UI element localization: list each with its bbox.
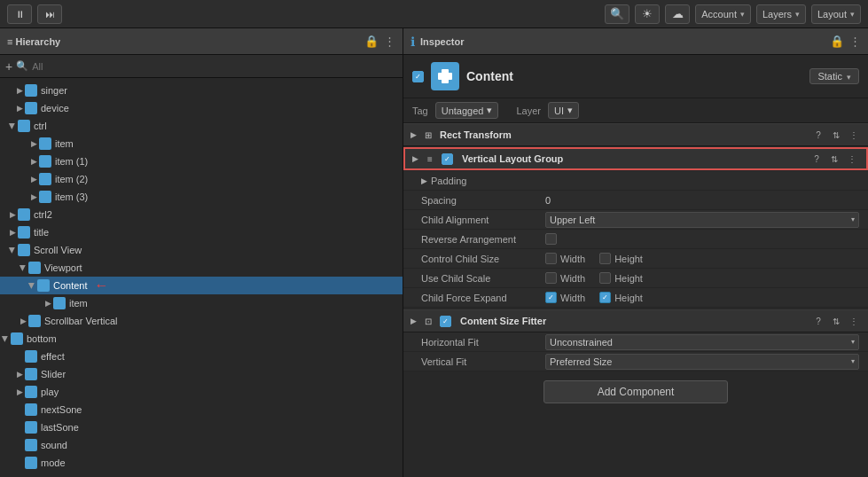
vertical-fit-value: Preferred Size xyxy=(550,356,612,367)
tree-item-nextsone[interactable]: ▶ nextSone xyxy=(0,401,403,418)
child-alignment-value: Upper Left xyxy=(550,215,595,225)
child-force-expand-height-checkbox[interactable]: ✓ xyxy=(599,292,611,303)
control-child-height-checkbox[interactable] xyxy=(599,253,611,264)
use-child-scale-checkboxes: Width Height xyxy=(545,272,643,284)
layout-chevron-icon: ▾ xyxy=(850,10,855,19)
child-alignment-dropdown[interactable]: Upper Left ▾ xyxy=(545,212,859,228)
tree-item-ctrl[interactable]: ▶ ctrl xyxy=(0,117,403,135)
vertical-fit-label: Vertical Fit xyxy=(421,356,545,367)
hierarchy-more-icon[interactable]: ⋮ xyxy=(384,35,395,48)
hierarchy-search-bar: + 🔍 xyxy=(0,55,403,78)
content-size-fitter-properties: Horizontal Fit Unconstrained ▾ Vertical … xyxy=(403,332,868,371)
tree-item-title[interactable]: ▶ title xyxy=(0,223,403,241)
go-enabled-checkbox[interactable]: ✓ xyxy=(412,71,424,82)
tree-item-item[interactable]: ▶ item xyxy=(0,135,403,152)
search-button[interactable]: 🔍 xyxy=(605,4,629,24)
gameobject-header: ✓ Content Static ▾ xyxy=(403,55,868,98)
hierarchy-search-input[interactable] xyxy=(32,61,397,72)
tree-item-lastsone[interactable]: ▶ lastSone xyxy=(0,418,403,436)
tree-item-singer[interactable]: ▶ singer xyxy=(0,82,403,99)
tree-item-device[interactable]: ▶ device xyxy=(0,99,403,117)
use-child-scale-height-checkbox[interactable] xyxy=(599,272,611,284)
content-size-fitter-checkbox[interactable]: ✓ xyxy=(440,316,451,327)
inspector-content: ✓ Content Static ▾ Tag Untagged ▾ Layer xyxy=(403,55,868,477)
tree-item-item2[interactable]: ▶ item (2) xyxy=(0,170,403,188)
svg-rect-1 xyxy=(442,69,449,83)
content-size-fitter-help-icon[interactable]: ? xyxy=(811,314,825,328)
content-size-fitter-icon: ⊡ xyxy=(422,315,434,327)
tree-item-slider[interactable]: ▶ Slider xyxy=(0,365,403,383)
cube-icon xyxy=(28,315,41,327)
rect-transform-section: ▶ ⊞ Rect Transform ? ⇅ ⋮ xyxy=(403,123,868,146)
arrow-icon: ▶ xyxy=(43,298,53,309)
layer-label: Layer xyxy=(516,106,541,116)
vertical-fit-dropdown[interactable]: Preferred Size ▾ xyxy=(545,354,859,370)
arrow-icon: ▶ xyxy=(14,369,25,379)
control-child-width-checkbox[interactable] xyxy=(545,253,557,264)
tree-label: item xyxy=(55,138,74,149)
tree-item-item-child[interactable]: ▶ item xyxy=(0,294,403,312)
cube-icon xyxy=(39,191,51,203)
tree-item-item1[interactable]: ▶ item (1) xyxy=(0,152,403,170)
layer-dropdown[interactable]: UI ▾ xyxy=(548,102,579,119)
control-child-width-label: Width xyxy=(560,254,585,264)
tree-label: title xyxy=(34,227,49,238)
tree-item-sound[interactable]: ▶ sound xyxy=(0,436,403,454)
tree-item-effect[interactable]: ▶ effect xyxy=(0,348,403,365)
cube-icon xyxy=(18,120,30,132)
vertical-layout-checkbox[interactable]: ✓ xyxy=(442,153,453,165)
child-force-expand-width-checkbox[interactable]: ✓ xyxy=(545,292,557,303)
tree-item-scrollview[interactable]: ▶ Scroll View xyxy=(0,241,403,259)
tree-item-mode[interactable]: ▶ mode xyxy=(0,454,403,472)
tree-item-ctrl2[interactable]: ▶ ctrl2 xyxy=(0,206,403,223)
inspector-more-icon[interactable]: ⋮ xyxy=(849,35,861,48)
hierarchy-lock-icon[interactable]: 🔒 xyxy=(364,35,379,48)
tree-label: singer xyxy=(41,85,67,96)
vertical-layout-title: Vertical Layout Group xyxy=(462,153,804,164)
hierarchy-header: ≡ Hierarchy 🔒 ⋮ xyxy=(0,28,403,55)
tree-item-play[interactable]: ▶ play xyxy=(0,383,403,401)
hierarchy-add-button[interactable]: + xyxy=(5,59,12,74)
vertical-layout-settings-icon[interactable]: ⇅ xyxy=(827,152,841,166)
tree-label: mode xyxy=(41,457,66,468)
step-button[interactable]: ⏭ xyxy=(37,4,62,24)
tree-item-item3[interactable]: ▶ item (3) xyxy=(0,188,403,206)
add-component-button[interactable]: Add Component xyxy=(543,380,729,403)
layout-dropdown[interactable]: Layout ▾ xyxy=(811,4,861,24)
inspector-lock-icon[interactable]: 🔒 xyxy=(830,35,844,48)
inspector-title: Inspector xyxy=(420,36,825,47)
inspector-header: ℹ Inspector 🔒 ⋮ xyxy=(403,28,868,55)
arrow-icon: ▶ xyxy=(14,103,25,113)
tree-item-content[interactable]: ▶ Content ← xyxy=(0,277,403,294)
vertical-layout-help-icon[interactable]: ? xyxy=(809,152,824,166)
tree-item-viewport[interactable]: ▶ Viewport xyxy=(0,259,403,277)
vertical-layout-more-icon[interactable]: ⋮ xyxy=(845,152,859,166)
content-size-fitter-toggle[interactable]: ▶ xyxy=(411,317,417,325)
layers-dropdown[interactable]: Layers ▾ xyxy=(756,4,806,24)
cloud-button[interactable]: ☁ xyxy=(665,4,690,24)
arrow-icon: ▶ xyxy=(28,156,39,167)
cube-icon xyxy=(25,368,37,380)
horizontal-fit-row: Horizontal Fit Unconstrained ▾ xyxy=(403,332,868,352)
pause-button[interactable]: ⏸ xyxy=(7,4,32,24)
padding-toggle[interactable]: ▶ xyxy=(421,176,427,185)
use-child-scale-width-checkbox[interactable] xyxy=(545,272,557,284)
reverse-arrangement-checkbox[interactable] xyxy=(545,233,557,245)
sun-button[interactable]: ☀ xyxy=(635,4,660,24)
rect-transform-settings-icon[interactable]: ⇅ xyxy=(829,128,843,142)
tree-item-scrollbar-vertical[interactable]: ▶ Scrollbar Vertical xyxy=(0,312,403,330)
account-dropdown[interactable]: Account ▾ xyxy=(695,4,751,24)
content-size-fitter-more-icon[interactable]: ⋮ xyxy=(847,314,861,328)
rect-transform-toggle[interactable]: ▶ xyxy=(411,130,417,139)
reverse-arrangement-label: Reverse Arrangement xyxy=(421,234,545,245)
rect-transform-help-icon[interactable]: ? xyxy=(811,128,825,142)
horizontal-fit-dropdown[interactable]: Unconstrained ▾ xyxy=(545,334,859,350)
content-size-fitter-settings-icon[interactable]: ⇅ xyxy=(829,314,843,328)
tag-dropdown[interactable]: Untagged ▾ xyxy=(435,102,499,119)
rect-transform-more-icon[interactable]: ⋮ xyxy=(847,128,861,142)
tree-item-bottom[interactable]: ▶ bottom xyxy=(0,330,403,348)
arrow-icon: ▶ xyxy=(28,174,39,184)
static-button[interactable]: Static ▾ xyxy=(809,68,859,84)
vertical-layout-toggle[interactable]: ▶ xyxy=(412,154,418,163)
arrow-icon: ▶ xyxy=(27,280,37,291)
